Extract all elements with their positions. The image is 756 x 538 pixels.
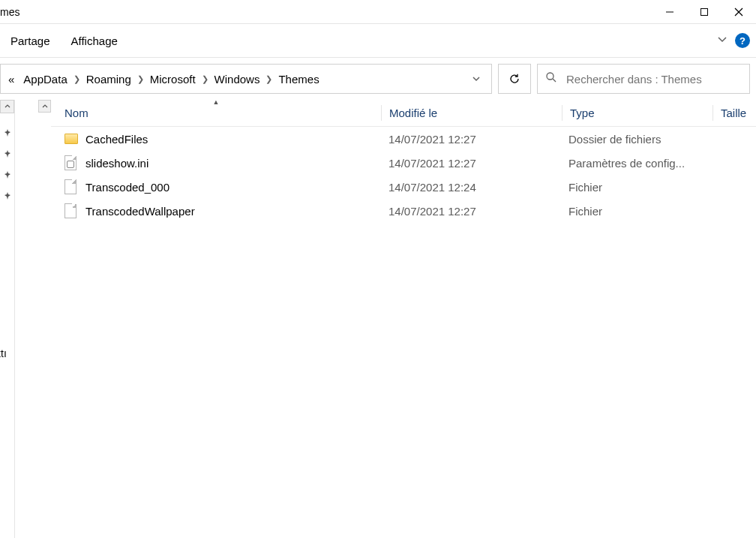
file-name: slideshow.ini	[86, 157, 148, 170]
refresh-icon	[508, 73, 520, 85]
file-modified: 14/07/2021 12:24	[381, 181, 561, 194]
tab-affichage[interactable]: Affichage	[61, 24, 128, 57]
file-icon	[64, 203, 78, 218]
file-type: Fichier	[561, 205, 711, 218]
column-header-modified[interactable]: Modifié le	[382, 100, 562, 126]
file-name: TranscodedWallpaper	[86, 205, 195, 218]
breadcrumb-overflow[interactable]: «	[4, 65, 19, 93]
help-icon: ?	[740, 35, 746, 47]
breadcrumb-roaming[interactable]: Roaming	[82, 65, 136, 93]
svg-rect-1	[701, 8, 708, 15]
column-header-size[interactable]: Taille	[713, 100, 756, 126]
pinned-item[interactable]	[0, 185, 14, 206]
pin-icon	[3, 170, 12, 179]
chevron-right-icon: ❯	[72, 74, 82, 84]
column-header-type[interactable]: Type	[562, 100, 712, 126]
file-modified: 14/07/2021 12:27	[381, 205, 561, 218]
file-type: Paramètres de config...	[561, 157, 711, 170]
chevron-up-icon	[42, 104, 48, 110]
refresh-button[interactable]	[498, 64, 531, 94]
maximize-button[interactable]	[687, 0, 722, 24]
list-item[interactable]: CachedFiles 14/07/2021 12:27 Dossier de …	[51, 127, 756, 151]
help-button[interactable]: ?	[735, 33, 750, 48]
sidebar-scroll-up[interactable]	[0, 100, 14, 113]
pin-icon	[3, 149, 12, 158]
file-list-pane: Nom ▲ Modifié le Type Taille CachedFiles…	[51, 100, 756, 538]
file-list: CachedFiles 14/07/2021 12:27 Dossier de …	[51, 127, 756, 538]
close-icon	[734, 8, 743, 17]
file-icon	[64, 179, 78, 194]
main-area: ktı Nom ▲ Modifié le Type Taille CachedF…	[0, 100, 756, 538]
chevron-down-icon	[472, 74, 481, 83]
chevron-down-icon	[717, 34, 728, 44]
breadcrumb[interactable]: « AppData ❯ Roaming ❯ Microsoft ❯ Window…	[0, 64, 492, 94]
breadcrumb-appdata[interactable]: AppData	[19, 65, 71, 93]
minimize-button[interactable]	[652, 0, 687, 24]
pinned-item[interactable]	[0, 122, 14, 143]
sort-asc-icon: ▲	[213, 98, 220, 106]
file-name: Transcoded_000	[86, 181, 170, 194]
breadcrumb-themes[interactable]: Themes	[274, 65, 323, 93]
list-item[interactable]: TranscodedWallpaper 14/07/2021 12:27 Fic…	[51, 199, 756, 223]
pin-icon	[3, 128, 12, 137]
chevron-right-icon: ❯	[200, 74, 210, 84]
list-item[interactable]: slideshow.ini 14/07/2021 12:27 Paramètre…	[51, 151, 756, 175]
close-button[interactable]	[722, 0, 756, 24]
address-row: « AppData ❯ Roaming ❯ Microsoft ❯ Window…	[0, 58, 756, 100]
pin-icon	[3, 191, 12, 200]
file-modified: 14/07/2021 12:27	[381, 157, 561, 170]
file-type: Fichier	[561, 181, 711, 194]
ribbon-tabs: Partage Affichage ?	[0, 24, 756, 58]
minimize-icon	[665, 8, 674, 17]
tree-scroll-up[interactable]	[38, 100, 51, 113]
file-modified: 14/07/2021 12:27	[381, 133, 561, 146]
chevron-up-icon	[4, 104, 10, 110]
list-item[interactable]: Transcoded_000 14/07/2021 12:24 Fichier	[51, 175, 756, 199]
breadcrumb-dropdown[interactable]	[464, 73, 488, 86]
ribbon-expand-button[interactable]	[714, 31, 730, 50]
chevron-right-icon: ❯	[136, 74, 146, 84]
tab-partage[interactable]: Partage	[0, 24, 61, 57]
file-type: Dossier de fichiers	[561, 133, 711, 146]
titlebar: mes	[0, 0, 756, 24]
config-file-icon	[64, 155, 78, 170]
column-header-name[interactable]: Nom ▲	[51, 100, 381, 126]
maximize-icon	[700, 8, 709, 17]
column-headers: Nom ▲ Modifié le Type Taille	[51, 100, 756, 127]
chevron-right-icon: ❯	[264, 74, 274, 84]
search-icon	[545, 71, 557, 86]
pinned-item[interactable]	[0, 164, 14, 185]
sidebar-scroll-area	[15, 100, 51, 538]
file-name: CachedFiles	[86, 133, 148, 146]
pinned-item[interactable]	[0, 143, 14, 164]
breadcrumb-windows[interactable]: Windows	[210, 65, 265, 93]
window-title: mes	[0, 6, 20, 18]
search-input[interactable]	[566, 73, 742, 86]
breadcrumb-microsoft[interactable]: Microsoft	[146, 65, 200, 93]
svg-line-5	[553, 79, 556, 82]
svg-point-4	[547, 73, 554, 80]
navigation-pane[interactable]: ktı	[0, 100, 15, 538]
search-box[interactable]	[537, 64, 750, 94]
folder-icon	[64, 131, 78, 146]
